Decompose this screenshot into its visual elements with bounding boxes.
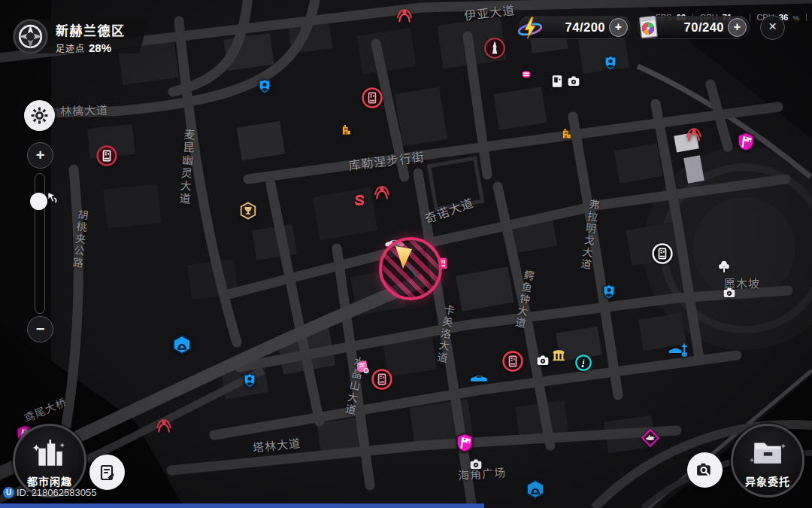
uid-value: 218062583055 bbox=[32, 487, 97, 498]
street-label: 鳄鱼钟大道 bbox=[511, 269, 537, 330]
door-sign-white-icon[interactable] bbox=[551, 75, 564, 89]
zoom-in-button[interactable]: + bbox=[27, 142, 53, 169]
tape-currency-pill: 70/240 + bbox=[638, 16, 750, 39]
camera-white-icon[interactable] bbox=[723, 286, 737, 300]
anomaly-commission-button[interactable]: 异象委托 bbox=[731, 424, 804, 497]
anomaly-label: 异象委托 bbox=[733, 473, 802, 488]
street-label: 胡桃夹公路 bbox=[69, 208, 90, 270]
uid-display: U ID: 218062583055 bbox=[3, 487, 96, 498]
folder-icon bbox=[749, 437, 786, 469]
photo-search-button[interactable] bbox=[687, 452, 723, 488]
tree-white-icon[interactable] bbox=[717, 260, 732, 275]
street-label: 弗拉明戈大道 bbox=[577, 198, 601, 272]
metro-hex-blue-icon[interactable] bbox=[525, 479, 546, 500]
street-label: 鸢尾大桥 bbox=[21, 394, 68, 425]
camera-white-icon[interactable] bbox=[567, 75, 581, 89]
shark-diamond-pink-icon[interactable] bbox=[640, 427, 661, 449]
zoom-out-button[interactable]: − bbox=[27, 316, 53, 342]
close-button[interactable]: ✕ bbox=[760, 15, 785, 40]
camera-search-icon bbox=[695, 460, 715, 480]
street-label: 奇诺大道 bbox=[422, 193, 476, 227]
street-label: 塔林大道 bbox=[252, 434, 301, 455]
metro-red-icon[interactable] bbox=[395, 6, 414, 25]
street-label: 麦昆幽灵大道 bbox=[176, 128, 197, 205]
district-name: 新赫兰德区 bbox=[56, 20, 126, 39]
vending-red-icon[interactable] bbox=[371, 368, 393, 391]
add-energy-button[interactable]: + bbox=[609, 18, 628, 37]
vending-red-icon[interactable] bbox=[361, 87, 383, 109]
shop-orange-icon[interactable] bbox=[559, 126, 574, 141]
badge-blue-icon[interactable] bbox=[603, 55, 619, 71]
zoom-slider-thumb[interactable] bbox=[30, 193, 47, 210]
shop-orange-icon[interactable] bbox=[338, 122, 353, 137]
journal-icon bbox=[98, 463, 117, 482]
bottom-accent-bar bbox=[0, 503, 484, 508]
hex-cup-gold-icon[interactable] bbox=[238, 201, 258, 221]
tape-currency-value: 70/240 bbox=[663, 20, 728, 35]
note-pink-icon[interactable] bbox=[354, 358, 371, 375]
metro-red-icon[interactable] bbox=[155, 416, 174, 435]
district-badge: 新赫兰德区 足迹点28% bbox=[12, 18, 126, 56]
city-fun-label: 都市闲趣 bbox=[15, 473, 84, 488]
car-blue-icon[interactable] bbox=[469, 373, 489, 384]
flag-shield-pink-icon[interactable] bbox=[736, 132, 756, 152]
vending-crimson-icon[interactable] bbox=[95, 144, 118, 167]
cpu-unit: % bbox=[792, 14, 798, 22]
badge-blue-icon[interactable] bbox=[257, 78, 273, 94]
badge-blue-icon[interactable] bbox=[601, 284, 617, 300]
master-tape-icon bbox=[635, 14, 663, 42]
player-arrow-icon bbox=[379, 237, 436, 294]
spring-red-icon[interactable] bbox=[351, 192, 368, 208]
street-label: 伊亚大道 bbox=[463, 0, 516, 24]
battery-charge-icon bbox=[516, 14, 544, 42]
drag-cursor-icon bbox=[47, 192, 58, 204]
car-repair-blue-icon[interactable] bbox=[668, 342, 689, 357]
settings-button[interactable] bbox=[24, 100, 55, 131]
uid-label: ID: bbox=[17, 487, 29, 498]
vending-white-icon[interactable] bbox=[651, 242, 674, 265]
footprint-progress: 足迹点28% bbox=[56, 41, 126, 54]
metro-red-icon[interactable] bbox=[685, 125, 704, 144]
vending-red-icon[interactable] bbox=[501, 350, 524, 373]
camera-white-icon[interactable] bbox=[536, 354, 550, 368]
camera-white-icon[interactable] bbox=[469, 458, 483, 472]
metro-red-icon[interactable] bbox=[373, 183, 392, 202]
flag-shield-pink-icon[interactable] bbox=[455, 433, 475, 453]
street-label: 卡美洛大道 bbox=[434, 303, 457, 365]
add-tape-button[interactable]: + bbox=[728, 18, 747, 37]
landmark-tower-icon[interactable] bbox=[483, 37, 506, 59]
badge-blue-icon[interactable] bbox=[242, 373, 258, 388]
journal-button[interactable] bbox=[89, 455, 125, 490]
energy-currency-value: 74/200 bbox=[544, 20, 609, 35]
energy-currency-pill: 74/200 + bbox=[519, 16, 631, 39]
shop-pink-icon[interactable] bbox=[520, 68, 533, 81]
gear-icon bbox=[30, 106, 49, 125]
map-screen: 伊亚大道林檎大道麦昆幽灵大道胡桃夹公路库勒涅步行街奇诺大道弗拉明戈大道鳄鱼钟大道… bbox=[0, 0, 812, 508]
currency-bar: 74/200 + 70/240 + ✕ bbox=[519, 15, 785, 40]
compass-icon bbox=[12, 18, 49, 55]
player-location-marker[interactable] bbox=[379, 237, 442, 300]
uid-badge-icon: U bbox=[3, 487, 14, 498]
street-label: 林檎大道 bbox=[60, 101, 109, 118]
city-buildings-icon bbox=[32, 437, 67, 469]
metro-hex-blue-icon[interactable] bbox=[171, 334, 192, 355]
separator bbox=[806, 14, 807, 21]
alert-cyan-icon[interactable] bbox=[574, 354, 592, 372]
arch-gold-icon[interactable] bbox=[550, 346, 567, 363]
street-label: 库勒涅步行街 bbox=[347, 147, 426, 174]
